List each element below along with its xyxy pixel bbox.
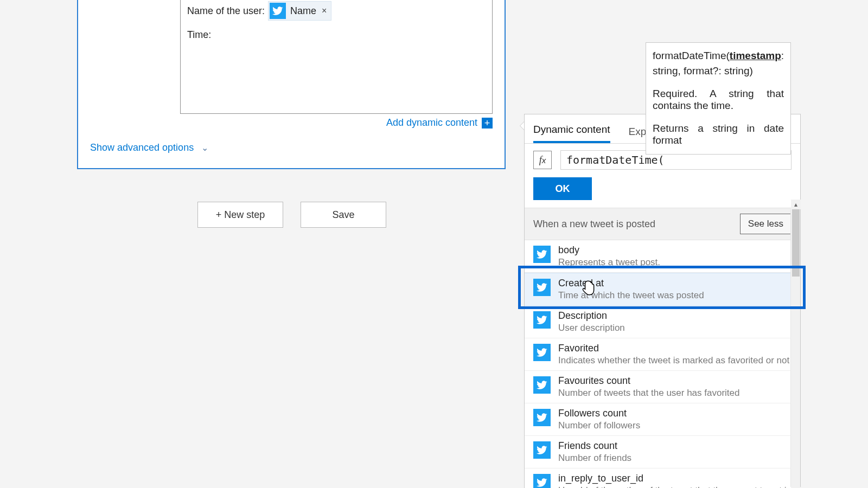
- list-item[interactable]: Favourites count Number of tweets that t…: [525, 371, 800, 403]
- see-less-button[interactable]: See less: [740, 214, 792, 234]
- item-title: in_reply_to_user_id: [558, 473, 787, 484]
- body-field[interactable]: Name of the user: Name × Time:: [180, 0, 493, 114]
- twitter-icon: [533, 474, 551, 488]
- list-item-main: Favorited Indicates whether the tweet is…: [558, 343, 789, 366]
- show-advanced-options-link[interactable]: Show advanced options ⌄: [90, 142, 208, 153]
- tab-expression[interactable]: Exp: [629, 126, 647, 143]
- list-item[interactable]: in_reply_to_user_id User Id of the autho…: [525, 468, 800, 488]
- name-row: Name of the user: Name ×: [187, 1, 486, 21]
- list-item[interactable]: Friends count Number of friends: [525, 436, 800, 468]
- twitter-icon: [533, 344, 551, 361]
- token-text: Name: [290, 5, 316, 17]
- twitter-icon: [270, 3, 286, 19]
- item-title: Friends count: [558, 440, 631, 452]
- add-dynamic-content-link[interactable]: Add dynamic content +: [386, 117, 493, 129]
- plus-icon: +: [482, 118, 493, 129]
- fx-icon: fx: [533, 151, 552, 169]
- action-buttons: + New step Save: [197, 202, 386, 228]
- tooltip-required: Required. A string that contains the tim…: [653, 88, 784, 112]
- chevron-down-icon: ⌄: [201, 143, 208, 153]
- list-item[interactable]: body Represents a tweet post.: [525, 240, 800, 273]
- item-title: body: [558, 245, 660, 256]
- section-header: When a new tweet is posted See less: [525, 208, 800, 240]
- twitter-icon: [533, 441, 551, 459]
- item-title: Followers count: [558, 408, 640, 419]
- twitter-icon: [533, 376, 551, 394]
- tooltip-active-arg: timestamp: [730, 50, 781, 61]
- list-item-main: Created at Time at which the tweet was p…: [558, 278, 704, 301]
- list-item[interactable]: Followers count Number of followers: [525, 403, 800, 436]
- list-item-main: Description User description: [558, 310, 625, 333]
- section-title: When a new tweet is posted: [533, 219, 655, 230]
- scroll-up-icon[interactable]: ▴: [791, 200, 801, 209]
- item-title: Favorited: [558, 343, 789, 354]
- item-title: Description: [558, 310, 625, 322]
- item-desc: User Id of the author of the tweet that …: [558, 485, 787, 488]
- twitter-icon: [533, 409, 551, 426]
- item-desc: User description: [558, 323, 625, 333]
- action-card: Name of the user: Name × Time: Add dynam…: [77, 0, 506, 169]
- dynamic-content-list: body Represents a tweet post. Created at…: [525, 240, 800, 488]
- item-desc: Represents a tweet post.: [558, 257, 660, 268]
- token-remove-icon[interactable]: ×: [321, 6, 328, 16]
- list-item[interactable]: Favorited Indicates whether the tweet is…: [525, 338, 800, 371]
- save-button[interactable]: Save: [301, 202, 386, 228]
- name-label: Name of the user:: [187, 5, 265, 17]
- list-item-main: body Represents a tweet post.: [558, 245, 660, 268]
- list-item-created-at[interactable]: Created at Time at which the tweet was p…: [525, 273, 800, 306]
- item-desc: Indicates whether the tweet is marked as…: [558, 355, 789, 366]
- add-dynamic-content-label: Add dynamic content: [386, 117, 477, 129]
- list-item-main: Friends count Number of friends: [558, 440, 631, 464]
- item-desc: Time at which the tweet was posted: [558, 290, 704, 301]
- dynamic-content-flyout: Dynamic content Exp fx formatDateTime( O…: [524, 114, 801, 488]
- scrollbar[interactable]: ▴ ▾: [790, 209, 800, 487]
- twitter-icon: [533, 279, 551, 296]
- item-desc: Number of friends: [558, 453, 631, 464]
- scroll-thumb[interactable]: [792, 209, 800, 277]
- twitter-icon: [533, 246, 551, 263]
- item-desc: Number of tweets that the user has favor…: [558, 388, 740, 399]
- list-item-main: Favourites count Number of tweets that t…: [558, 375, 740, 399]
- new-step-button[interactable]: + New step: [197, 202, 283, 228]
- twitter-icon: [533, 311, 551, 329]
- token-name[interactable]: Name ×: [268, 1, 331, 21]
- list-item-main: in_reply_to_user_id User Id of the autho…: [558, 473, 787, 488]
- time-label: Time:: [187, 29, 486, 41]
- ok-button[interactable]: OK: [533, 177, 592, 200]
- show-advanced-options-label: Show advanced options: [90, 142, 194, 153]
- item-desc: Number of followers: [558, 420, 640, 431]
- tooltip-fn: formatDateTime(: [653, 50, 730, 61]
- tooltip-returns: Returns a string in date format: [653, 123, 784, 146]
- list-item-main: Followers count Number of followers: [558, 408, 640, 431]
- tooltip-signature: formatDateTime(timestamp: string, format…: [653, 48, 784, 78]
- item-title: Favourites count: [558, 375, 740, 387]
- function-tooltip: formatDateTime(timestamp: string, format…: [646, 42, 791, 155]
- list-item[interactable]: Description User description: [525, 306, 800, 338]
- item-title: Created at: [558, 278, 704, 289]
- tab-dynamic-content[interactable]: Dynamic content: [533, 124, 610, 143]
